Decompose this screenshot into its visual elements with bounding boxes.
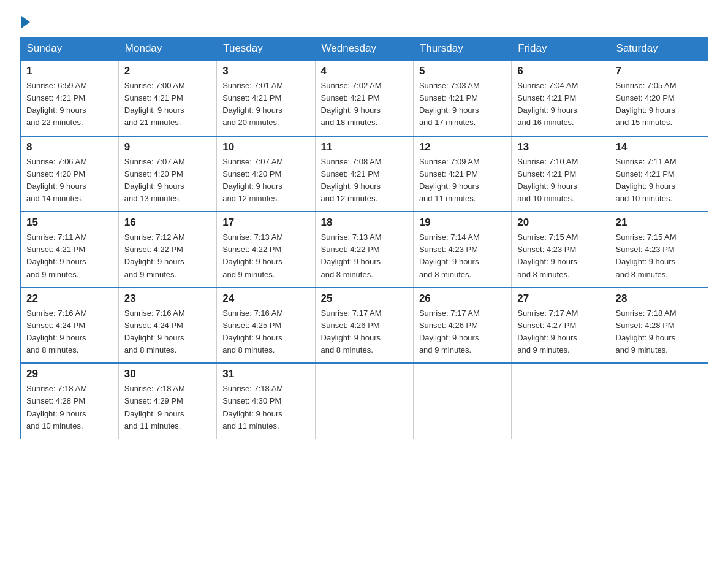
day-number: 3 bbox=[222, 65, 309, 77]
empty-cell bbox=[512, 363, 610, 439]
day-cell-18: 18 Sunrise: 7:13 AM Sunset: 4:22 PM Dayl… bbox=[315, 212, 413, 288]
day-info: Sunrise: 7:06 AM Sunset: 4:20 PM Dayligh… bbox=[26, 156, 113, 205]
day-cell-22: 22 Sunrise: 7:16 AM Sunset: 4:24 PM Dayl… bbox=[20, 288, 118, 364]
day-cell-1: 1 Sunrise: 6:59 AM Sunset: 4:21 PM Dayli… bbox=[20, 60, 118, 136]
day-info: Sunrise: 7:18 AM Sunset: 4:30 PM Dayligh… bbox=[222, 383, 309, 432]
week-row-4: 22 Sunrise: 7:16 AM Sunset: 4:24 PM Dayl… bbox=[20, 288, 708, 364]
day-info: Sunrise: 7:16 AM Sunset: 4:24 PM Dayligh… bbox=[124, 307, 211, 357]
day-number: 21 bbox=[616, 216, 702, 229]
day-cell-15: 15 Sunrise: 7:11 AM Sunset: 4:21 PM Dayl… bbox=[20, 212, 118, 288]
day-info: Sunrise: 7:18 AM Sunset: 4:28 PM Dayligh… bbox=[26, 383, 113, 432]
day-number: 29 bbox=[26, 368, 113, 380]
logo-arrow-icon bbox=[21, 16, 30, 28]
day-number: 25 bbox=[321, 293, 408, 305]
empty-cell bbox=[315, 363, 413, 439]
day-number: 13 bbox=[517, 141, 604, 153]
day-number: 11 bbox=[321, 141, 408, 153]
day-info: Sunrise: 7:17 AM Sunset: 4:26 PM Dayligh… bbox=[321, 307, 408, 357]
day-cell-6: 6 Sunrise: 7:04 AM Sunset: 4:21 PM Dayli… bbox=[512, 60, 610, 136]
day-cell-30: 30 Sunrise: 7:18 AM Sunset: 4:29 PM Dayl… bbox=[118, 363, 216, 439]
day-info: Sunrise: 7:15 AM Sunset: 4:23 PM Dayligh… bbox=[616, 231, 702, 281]
empty-cell bbox=[413, 363, 511, 439]
week-row-5: 29 Sunrise: 7:18 AM Sunset: 4:28 PM Dayl… bbox=[20, 363, 708, 439]
day-info: Sunrise: 7:08 AM Sunset: 4:21 PM Dayligh… bbox=[321, 156, 408, 205]
day-number: 19 bbox=[419, 216, 506, 229]
day-info: Sunrise: 7:07 AM Sunset: 4:20 PM Dayligh… bbox=[124, 156, 211, 205]
day-cell-20: 20 Sunrise: 7:15 AM Sunset: 4:23 PM Dayl… bbox=[512, 212, 610, 288]
day-info: Sunrise: 7:11 AM Sunset: 4:21 PM Dayligh… bbox=[616, 156, 702, 205]
day-cell-23: 23 Sunrise: 7:16 AM Sunset: 4:24 PM Dayl… bbox=[118, 288, 216, 364]
day-cell-16: 16 Sunrise: 7:12 AM Sunset: 4:22 PM Dayl… bbox=[118, 212, 216, 288]
day-number: 26 bbox=[419, 293, 506, 305]
header-tuesday: Tuesday bbox=[217, 37, 315, 61]
day-number: 23 bbox=[124, 293, 211, 305]
empty-cell bbox=[610, 363, 708, 439]
day-cell-27: 27 Sunrise: 7:17 AM Sunset: 4:27 PM Dayl… bbox=[512, 288, 610, 364]
day-number: 12 bbox=[419, 141, 506, 153]
day-info: Sunrise: 7:01 AM Sunset: 4:21 PM Dayligh… bbox=[222, 80, 309, 129]
day-cell-17: 17 Sunrise: 7:13 AM Sunset: 4:22 PM Dayl… bbox=[217, 212, 315, 288]
week-row-3: 15 Sunrise: 7:11 AM Sunset: 4:21 PM Dayl… bbox=[20, 212, 708, 288]
calendar-header-row: SundayMondayTuesdayWednesdayThursdayFrid… bbox=[20, 37, 708, 61]
day-info: Sunrise: 7:13 AM Sunset: 4:22 PM Dayligh… bbox=[321, 231, 408, 281]
day-info: Sunrise: 7:13 AM Sunset: 4:22 PM Dayligh… bbox=[222, 231, 309, 281]
day-number: 27 bbox=[517, 293, 604, 305]
day-number: 4 bbox=[321, 65, 408, 77]
day-cell-3: 3 Sunrise: 7:01 AM Sunset: 4:21 PM Dayli… bbox=[217, 60, 315, 136]
day-cell-21: 21 Sunrise: 7:15 AM Sunset: 4:23 PM Dayl… bbox=[610, 212, 708, 288]
header-thursday: Thursday bbox=[413, 37, 511, 61]
week-row-2: 8 Sunrise: 7:06 AM Sunset: 4:20 PM Dayli… bbox=[20, 136, 708, 212]
day-number: 28 bbox=[616, 293, 702, 305]
day-number: 14 bbox=[616, 141, 702, 153]
day-cell-12: 12 Sunrise: 7:09 AM Sunset: 4:21 PM Dayl… bbox=[413, 136, 511, 212]
day-number: 30 bbox=[124, 368, 211, 380]
day-cell-2: 2 Sunrise: 7:00 AM Sunset: 4:21 PM Dayli… bbox=[118, 60, 216, 136]
header-friday: Friday bbox=[512, 37, 610, 61]
day-info: Sunrise: 7:02 AM Sunset: 4:21 PM Dayligh… bbox=[321, 80, 408, 129]
day-info: Sunrise: 7:17 AM Sunset: 4:26 PM Dayligh… bbox=[419, 307, 506, 357]
day-info: Sunrise: 6:59 AM Sunset: 4:21 PM Dayligh… bbox=[26, 80, 113, 129]
day-info: Sunrise: 7:17 AM Sunset: 4:27 PM Dayligh… bbox=[517, 307, 604, 357]
day-cell-26: 26 Sunrise: 7:17 AM Sunset: 4:26 PM Dayl… bbox=[413, 288, 511, 364]
day-info: Sunrise: 7:15 AM Sunset: 4:23 PM Dayligh… bbox=[517, 231, 604, 281]
day-number: 16 bbox=[124, 216, 211, 229]
logo bbox=[20, 15, 30, 26]
day-number: 31 bbox=[222, 368, 309, 380]
day-cell-7: 7 Sunrise: 7:05 AM Sunset: 4:20 PM Dayli… bbox=[610, 60, 708, 136]
day-number: 9 bbox=[124, 141, 211, 153]
day-number: 7 bbox=[616, 65, 702, 77]
day-number: 24 bbox=[222, 293, 309, 305]
day-number: 18 bbox=[321, 216, 408, 229]
day-cell-4: 4 Sunrise: 7:02 AM Sunset: 4:21 PM Dayli… bbox=[315, 60, 413, 136]
header-sunday: Sunday bbox=[20, 37, 118, 61]
day-info: Sunrise: 7:03 AM Sunset: 4:21 PM Dayligh… bbox=[419, 80, 506, 129]
page-header bbox=[20, 15, 708, 26]
day-number: 1 bbox=[26, 65, 113, 77]
day-info: Sunrise: 7:09 AM Sunset: 4:21 PM Dayligh… bbox=[419, 156, 506, 205]
calendar-body: 1 Sunrise: 6:59 AM Sunset: 4:21 PM Dayli… bbox=[20, 60, 708, 439]
day-info: Sunrise: 7:07 AM Sunset: 4:20 PM Dayligh… bbox=[222, 156, 309, 205]
day-cell-8: 8 Sunrise: 7:06 AM Sunset: 4:20 PM Dayli… bbox=[20, 136, 118, 212]
day-cell-19: 19 Sunrise: 7:14 AM Sunset: 4:23 PM Dayl… bbox=[413, 212, 511, 288]
day-cell-10: 10 Sunrise: 7:07 AM Sunset: 4:20 PM Dayl… bbox=[217, 136, 315, 212]
day-cell-29: 29 Sunrise: 7:18 AM Sunset: 4:28 PM Dayl… bbox=[20, 363, 118, 439]
day-cell-24: 24 Sunrise: 7:16 AM Sunset: 4:25 PM Dayl… bbox=[217, 288, 315, 364]
header-wednesday: Wednesday bbox=[315, 37, 413, 61]
header-monday: Monday bbox=[118, 37, 216, 61]
day-cell-25: 25 Sunrise: 7:17 AM Sunset: 4:26 PM Dayl… bbox=[315, 288, 413, 364]
day-cell-28: 28 Sunrise: 7:18 AM Sunset: 4:28 PM Dayl… bbox=[610, 288, 708, 364]
day-info: Sunrise: 7:16 AM Sunset: 4:25 PM Dayligh… bbox=[222, 307, 309, 357]
day-cell-11: 11 Sunrise: 7:08 AM Sunset: 4:21 PM Dayl… bbox=[315, 136, 413, 212]
day-info: Sunrise: 7:05 AM Sunset: 4:20 PM Dayligh… bbox=[616, 80, 702, 129]
day-info: Sunrise: 7:11 AM Sunset: 4:21 PM Dayligh… bbox=[26, 231, 113, 281]
day-number: 22 bbox=[26, 293, 113, 305]
day-cell-5: 5 Sunrise: 7:03 AM Sunset: 4:21 PM Dayli… bbox=[413, 60, 511, 136]
day-cell-13: 13 Sunrise: 7:10 AM Sunset: 4:21 PM Dayl… bbox=[512, 136, 610, 212]
day-info: Sunrise: 7:14 AM Sunset: 4:23 PM Dayligh… bbox=[419, 231, 506, 281]
day-info: Sunrise: 7:00 AM Sunset: 4:21 PM Dayligh… bbox=[124, 80, 211, 129]
day-cell-9: 9 Sunrise: 7:07 AM Sunset: 4:20 PM Dayli… bbox=[118, 136, 216, 212]
day-number: 15 bbox=[26, 216, 113, 229]
day-number: 10 bbox=[222, 141, 309, 153]
day-info: Sunrise: 7:16 AM Sunset: 4:24 PM Dayligh… bbox=[26, 307, 113, 357]
day-number: 6 bbox=[517, 65, 604, 77]
